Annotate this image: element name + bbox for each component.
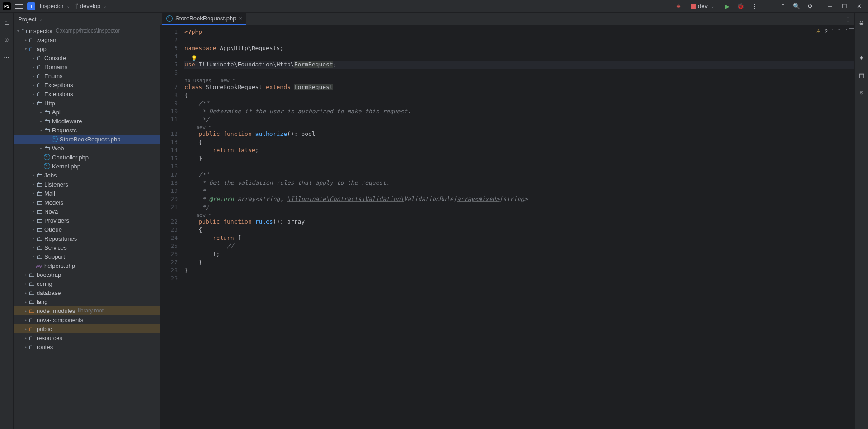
git-branch-selector[interactable]: ᛘ develop	[75, 3, 107, 9]
tree-arrow-icon[interactable]: ▸	[23, 327, 28, 331]
code-line[interactable]: class StoreBookRequest extends FormReque…	[184, 83, 854, 91]
tree-arrow-icon[interactable]: ▸	[31, 219, 36, 223]
main-menu-icon[interactable]	[15, 4, 23, 9]
tree-item[interactable]: ▸Web	[14, 144, 160, 153]
tree-item[interactable]: ▸Queue	[14, 225, 160, 234]
tree-item[interactable]: ▸routes	[14, 342, 160, 351]
code-line[interactable]: * Determine if the user is authorized to…	[184, 107, 854, 116]
code-line[interactable]: return [	[184, 234, 854, 242]
code-line[interactable]: //	[184, 242, 854, 250]
tree-arrow-icon[interactable]: ▾	[38, 128, 44, 132]
close-button[interactable]: ✕	[853, 2, 865, 11]
code-line[interactable]: public function authorize(): bool	[184, 130, 854, 138]
tree-item[interactable]: ▸Exceptions	[14, 80, 160, 89]
code-line[interactable]: }	[184, 258, 854, 266]
tree-item[interactable]: ▸Extensions	[14, 89, 160, 98]
tree-item[interactable]: ▾Http	[14, 98, 160, 107]
code-line[interactable]: /**	[184, 99, 854, 107]
tree-item[interactable]: ▸Console	[14, 53, 160, 62]
run-config-selector[interactable]: dev	[689, 2, 717, 10]
code-editor[interactable]: 1234567891011121314151617181920212223242…	[160, 25, 854, 429]
tree-arrow-icon[interactable]: ▸	[23, 291, 28, 295]
code-line[interactable]: 💡	[184, 52, 854, 61]
tree-arrow-icon[interactable]: ▸	[23, 282, 28, 286]
code-line[interactable]	[184, 163, 854, 171]
tree-arrow-icon[interactable]: ▸	[23, 273, 28, 277]
tree-arrow-icon[interactable]: ▸	[31, 173, 36, 177]
tree-item[interactable]: Controller.php	[14, 153, 160, 162]
more-tool-icon[interactable]: ⋯	[2, 52, 11, 61]
project-panel-header[interactable]: Project	[14, 13, 160, 25]
tree-arrow-icon[interactable]: ▸	[31, 74, 36, 78]
more-actions-icon[interactable]: ⋮	[750, 3, 758, 10]
tab-close-icon[interactable]: ×	[239, 15, 242, 22]
tree-arrow-icon[interactable]: ▾	[31, 101, 36, 105]
tree-arrow-icon[interactable]: ▸	[31, 92, 36, 96]
tree-item[interactable]: ▸Middleware	[14, 117, 160, 126]
code-line[interactable]: public function rules(): array	[184, 218, 854, 226]
tree-arrow-icon[interactable]: ▸	[31, 246, 36, 250]
tree-item[interactable]: ▸Repositories	[14, 234, 160, 243]
tree-item[interactable]: ▸Enums	[14, 71, 160, 80]
tree-item[interactable]: ▸bootstrap	[14, 270, 160, 279]
project-avatar[interactable]: I	[27, 2, 35, 10]
tree-item[interactable]: ▸Jobs	[14, 171, 160, 180]
tree-item[interactable]: ▸resources	[14, 333, 160, 342]
tab-more-icon[interactable]: ⋮	[845, 15, 854, 22]
tree-arrow-icon[interactable]: ▸	[23, 309, 28, 313]
project-tool-icon[interactable]: 🗀	[2, 18, 11, 27]
tree-item[interactable]: ▸Nova	[14, 207, 160, 216]
project-selector[interactable]: inspector	[40, 3, 70, 9]
tree-arrow-icon[interactable]: ▾	[23, 47, 28, 51]
run-button[interactable]: ▶	[723, 3, 731, 10]
tree-root[interactable]: ▾inspectorC:\xampp\htdocs\inspector	[14, 26, 160, 35]
project-tree[interactable]: ▾inspectorC:\xampp\htdocs\inspector▸.vag…	[14, 25, 160, 429]
tree-item[interactable]: ▸Listeners	[14, 180, 160, 189]
ide-debug-icon[interactable]: ⛯	[675, 3, 682, 10]
code-line[interactable]: * Get the validation rules that apply to…	[184, 179, 854, 187]
tree-item[interactable]: ▾Requests	[14, 126, 160, 135]
code-line[interactable]: return false;	[184, 146, 854, 154]
tree-item[interactable]: ▸Mail	[14, 189, 160, 198]
tree-arrow-icon[interactable]: ▸	[31, 83, 36, 87]
code-line[interactable]: *	[184, 187, 854, 195]
code-line[interactable]: <?php	[184, 28, 854, 36]
tree-item[interactable]: ▸node_moduleslibrary root	[14, 306, 160, 315]
settings-icon[interactable]: ⚙	[807, 3, 814, 10]
code-line[interactable]	[184, 275, 854, 283]
tree-arrow-icon[interactable]: ▸	[31, 210, 36, 214]
tree-arrow-icon[interactable]: ▸	[23, 38, 28, 42]
tree-arrow-icon[interactable]: ▸	[31, 182, 36, 187]
inspection-widget[interactable]: ⚠ 2 ˄ ˅ ⋮	[816, 28, 849, 35]
code-line[interactable]: use Illuminate\Foundation\Http\FormReque…	[184, 61, 854, 69]
tree-item[interactable]: ▸Providers	[14, 216, 160, 225]
tree-item[interactable]: ▾app	[14, 44, 160, 53]
code-line[interactable]: */	[184, 116, 854, 124]
search-icon[interactable]: 🔍	[793, 3, 800, 10]
tree-item[interactable]: ▸Services	[14, 243, 160, 252]
next-highlight-icon[interactable]: ˅	[838, 28, 840, 34]
tree-arrow-icon[interactable]: ▸	[31, 201, 36, 205]
tree-item[interactable]: ▸Api	[14, 107, 160, 117]
debug-button[interactable]: 🐞	[737, 3, 744, 10]
code-line[interactable]: }	[184, 266, 854, 275]
tree-arrow-icon[interactable]: ▸	[23, 318, 28, 322]
tree-arrow-icon[interactable]: ▸	[31, 65, 36, 69]
tree-arrow-icon[interactable]: ▸	[23, 345, 28, 349]
editor-tab[interactable]: StoreBookRequest.php ×	[162, 13, 246, 25]
tree-item[interactable]: ▸database	[14, 288, 160, 297]
tree-item[interactable]: ▸public	[14, 324, 160, 333]
tree-arrow-icon[interactable]: ▸	[31, 56, 36, 60]
remote-host-icon[interactable]: ⎋	[857, 88, 866, 97]
code-line[interactable]: {	[184, 226, 854, 234]
tree-arrow-icon[interactable]: ▸	[31, 228, 36, 232]
tree-arrow-icon[interactable]: ▸	[38, 110, 44, 114]
tree-arrow-icon[interactable]: ▸	[23, 300, 28, 304]
code-line[interactable]	[184, 36, 854, 44]
code-line[interactable]: ];	[184, 250, 854, 258]
tree-item[interactable]: StoreBookRequest.php	[14, 135, 160, 144]
tree-item[interactable]: ▸Models	[14, 198, 160, 207]
maximize-button[interactable]: ☐	[838, 2, 851, 11]
tree-arrow-icon[interactable]: ▸	[31, 255, 36, 259]
tree-item[interactable]: phphelpers.php	[14, 261, 160, 270]
